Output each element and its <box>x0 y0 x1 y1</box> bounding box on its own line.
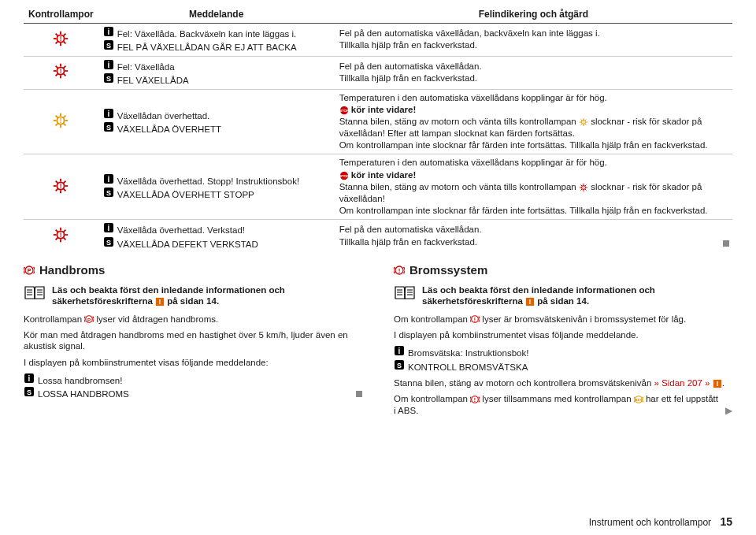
svg-rect-40 <box>723 240 729 247</box>
section-end-marker <box>356 388 362 399</box>
svg-rect-41 <box>356 391 362 397</box>
lamp-cell <box>24 220 98 252</box>
action-line: Tillkalla hjälp från en fackverkstad. <box>339 39 728 50</box>
info-s-icon <box>394 359 405 370</box>
brake-heading: Bromssystem <box>410 263 487 278</box>
info-s-icon <box>103 72 114 84</box>
handbrake-lamp-icon <box>24 265 35 276</box>
table-row: Växellåda överhettad. Stopp! Instruktion… <box>24 154 732 220</box>
action-line: Temperaturen i den automatiska växellåda… <box>339 157 728 168</box>
warn-badge-icon <box>525 297 535 307</box>
warn-badge-icon <box>713 379 722 388</box>
action-line: Om kontrollampan inte slocknar får färde… <box>339 139 728 150</box>
th-msg: Meddelande <box>98 6 335 24</box>
action-line: Tillkalla hjälp från en fackverkstad. <box>339 72 728 84</box>
section-end-marker <box>723 238 729 249</box>
bs-p1: Om kontrollampan lyser är bromsvätskeniv… <box>394 314 732 325</box>
bs-msg-i: Bromsvätska: Instruktionsbok! <box>408 347 528 359</box>
hb-p2: Kör man med åtdragen handbroms med en ha… <box>24 329 362 352</box>
info-i-icon <box>103 108 114 119</box>
abs-lamp-icon <box>634 395 643 404</box>
msg-i-text: Växellåda överhettad. Verkstad! <box>117 225 245 236</box>
msg-s-text: VÄXELLÅDA DEFEKT VERKSTAD <box>117 239 258 250</box>
action-line: Fel på den automatiska växellådan. <box>339 224 728 235</box>
brake-lamp-icon <box>470 314 480 324</box>
action-line: kör inte vidare! <box>339 169 728 180</box>
page-number: 15 <box>720 515 732 528</box>
info-s-icon <box>24 386 35 397</box>
action-line: Stanna bilen, stäng av motorn och vänta … <box>339 181 728 204</box>
footer-label: Instrument och kontrollampor <box>589 517 711 528</box>
info-s-icon <box>103 236 114 247</box>
action-cell: Fel på den automatiska växellådan, backv… <box>335 24 732 57</box>
msg-s-text: FEL PÅ VÄXELLÅDAN GÅR EJ ATT BACKA <box>117 42 297 53</box>
bs-p4: Om kontrollampan lyser tillsammans med k… <box>394 393 732 416</box>
info-s-icon <box>103 39 114 50</box>
action-line: Fel på den automatiska växellådan, backv… <box>339 28 728 39</box>
table-row: Växellådan överhettad.VÄXELLÅDA ÖVERHETT… <box>24 89 732 154</box>
info-i-icon <box>103 59 114 70</box>
book-icon <box>394 284 416 307</box>
msg-i-text: Växellåda överhettad. Stopp! Instruktion… <box>117 176 299 187</box>
message-cell: Växellåda överhettad. Verkstad!VÄXELLÅDA… <box>98 220 335 252</box>
info-i-icon <box>24 373 35 384</box>
action-line: Stanna bilen, stäng av motorn och vänta … <box>339 116 728 139</box>
stop-sign-icon <box>339 106 349 115</box>
gear-warning-icon <box>52 72 69 81</box>
th-lamps: Kontrollampor <box>24 6 98 24</box>
message-cell: Fel: VäxellådaFEL VÄXELLÅDA <box>98 56 335 89</box>
action-cell: Fel på den automatiska växellådan.Tillka… <box>335 220 732 252</box>
continuation-arrow-icon: ▶ <box>725 405 732 416</box>
th-action: Felindikering och åtgärd <box>335 6 732 24</box>
lamp-cell <box>24 24 98 57</box>
message-cell: Växellåda överhettad. Stopp! Instruktion… <box>98 154 335 220</box>
msg-s-text: VÄXELLÅDA ÖVERHETT STOPP <box>117 189 254 200</box>
info-i-icon <box>394 345 405 356</box>
lamp-cell <box>24 154 98 220</box>
lamp-cell <box>24 89 98 154</box>
warning-lamp-table: Kontrollampor Meddelande Felindikering o… <box>24 6 732 252</box>
gear-warning-icon <box>52 39 69 49</box>
action-line: Temperaturen i den automatiska växellåda… <box>339 92 728 103</box>
table-row: Växellåda överhettad. Verkstad!VÄXELLÅDA… <box>24 220 732 252</box>
msg-i-text: Fel: Växellåda. Backväxeln kan inte lägg… <box>117 28 297 39</box>
info-i-icon <box>103 26 114 37</box>
warn-badge-icon <box>155 297 165 307</box>
handbrake-lamp-icon <box>84 314 94 324</box>
action-line: Fel på den automatiska växellådan. <box>339 61 728 72</box>
table-row: Fel: Växellåda. Backväxeln kan inte lägg… <box>24 24 732 57</box>
page-ref-link[interactable]: » Sidan 207 » <box>654 378 710 388</box>
gear-warning-icon <box>579 117 588 127</box>
msg-i-text: Fel: Växellåda <box>117 61 175 72</box>
info-s-icon <box>103 187 114 198</box>
action-line: Tillkalla hjälp från en fackverkstad. <box>339 236 728 247</box>
brake-lamp-icon <box>394 265 405 276</box>
msg-i-text: Växellådan överhettad. <box>117 110 210 121</box>
action-cell: Temperaturen i den automatiska växellåda… <box>335 89 732 154</box>
stop-sign-icon <box>339 171 349 180</box>
hb-p3: I displayen på kombiinstrumentet visas f… <box>24 357 362 368</box>
gear-warning-icon <box>579 183 588 192</box>
lamp-cell <box>24 56 98 89</box>
hb-msg-i: Lossa handbromsen! <box>38 375 122 386</box>
handbrake-notice: Läs och beakta först den inledande infor… <box>52 284 362 307</box>
section-handbrake: Handbroms Läs och beakta först den inled… <box>24 263 362 421</box>
brake-lamp-icon <box>470 395 480 404</box>
table-row: Fel: VäxellådaFEL VÄXELLÅDAFel på den au… <box>24 56 732 89</box>
info-i-icon <box>103 173 114 184</box>
action-line: Om kontrollampan inte slocknar får färde… <box>339 205 728 216</box>
bs-msg-s: KONTROLL BROMSVÄTSKA <box>408 362 528 373</box>
handbrake-heading: Handbroms <box>39 263 105 278</box>
page-footer: Instrument och kontrollampor 15 <box>589 515 732 529</box>
hb-msg-s: LOSSA HANDBROMS <box>38 388 129 399</box>
brake-notice: Läs och beakta först den inledande infor… <box>422 284 732 307</box>
info-s-icon <box>103 121 114 132</box>
message-cell: Fel: Växellåda. Backväxeln kan inte lägg… <box>98 24 335 57</box>
gear-warning-icon <box>52 236 69 245</box>
action-line: kör inte vidare! <box>339 104 728 115</box>
bs-p3: Stanna bilen, stäng av motorn och kontro… <box>394 377 732 388</box>
hb-p1: Kontrollampan lyser vid åtdragen handbro… <box>24 314 362 325</box>
info-i-icon <box>103 222 114 233</box>
action-cell: Fel på den automatiska växellådan.Tillka… <box>335 56 732 89</box>
section-brakesystem: Bromssystem Läs och beakta först den inl… <box>394 263 732 421</box>
